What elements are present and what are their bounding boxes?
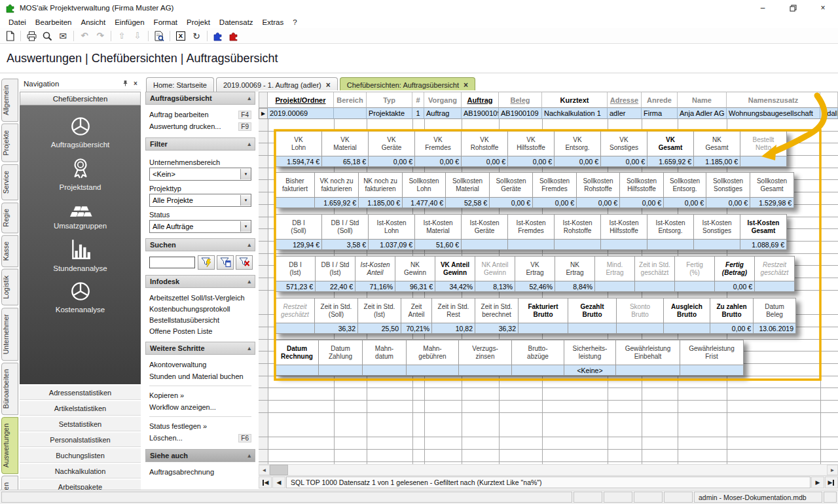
filter-apply-icon[interactable]: [198, 255, 215, 270]
record-cell-name[interactable]: Anja Adler AG: [678, 108, 727, 119]
infodesk-kostenbuchungsprotokoll[interactable]: Kostenbuchungsprotokoll: [149, 303, 251, 314]
step-akontoverwaltung[interactable]: Akontoverwaltung: [149, 359, 251, 370]
record-cell-namenszusatz[interactable]: Wohnungsbaugesellschaft: [727, 108, 820, 119]
filter-select-projekttyp[interactable]: Alle Projekte▼: [149, 194, 251, 207]
column-header-projekt-ordner[interactable]: Projekt/Ordner: [268, 92, 334, 108]
infodesk-arbeitszettel-soll-ist-vergleich[interactable]: Arbeitszettel Soll/Ist-Vergleich: [149, 292, 251, 303]
side-tab-logistik[interactable]: Logistik: [1, 269, 18, 306]
close-panel-icon[interactable]: ×: [130, 80, 141, 87]
nav-item-projektstand[interactable]: Projektstand: [20, 157, 141, 191]
menu-datensatz[interactable]: Datensatz: [215, 17, 258, 27]
scrollbar-thumb[interactable]: [270, 465, 288, 475]
previous-record-button[interactable]: ◀: [272, 477, 285, 488]
column-header-kurztext[interactable]: Kurztext: [542, 92, 608, 108]
nav-list-buchungslisten[interactable]: Buchungslisten: [20, 448, 141, 463]
step-kopieren[interactable]: Kopieren »: [149, 389, 251, 401]
record-cell-vorgang[interactable]: Auftrag: [424, 108, 462, 119]
filter-select-unternehmensbereich[interactable]: <Kein>▼: [149, 168, 251, 181]
record-cell-kurztext[interactable]: Nachkalkulation 1: [542, 108, 608, 119]
record-cell-beleg[interactable]: AB1900109: [499, 108, 542, 119]
horizontal-scrollbar[interactable]: ◄ ►: [259, 464, 838, 476]
menu-format[interactable]: Format: [149, 17, 182, 27]
infodesk-offene-posten-liste[interactable]: Offene Posten Liste: [149, 325, 251, 336]
last-record-button[interactable]: ▶: [825, 477, 838, 488]
nav-item-kostenanalyse[interactable]: Kostenanalyse: [20, 281, 141, 314]
column-header-vorgang[interactable]: Vorgang: [424, 92, 462, 108]
filter-form-icon[interactable]: [217, 255, 234, 270]
record-cell-bereich[interactable]: [334, 108, 367, 119]
filter-select-status[interactable]: Alle Aufträge▼: [149, 220, 251, 233]
print-preview-icon[interactable]: [40, 29, 54, 43]
step-workflow-anzeigen[interactable]: Workflow anzeigen...: [149, 401, 251, 413]
column-header-beleg[interactable]: Beleg: [499, 92, 542, 108]
command-auftrag-bearbeiten[interactable]: Auftrag bearbeitenF4: [149, 109, 251, 120]
record-cell-adresse[interactable]: adler: [608, 108, 642, 119]
addon-red-icon[interactable]: [227, 29, 241, 43]
nav-list-artikelstatistiken[interactable]: Artikelstatistiken: [20, 401, 141, 416]
menu-[interactable]: ?: [288, 17, 301, 27]
menu-datei[interactable]: Datei: [4, 17, 31, 27]
record-cell-[interactable]: 1: [412, 108, 424, 119]
record-cell-auftrag[interactable]: AB1900109: [462, 108, 499, 119]
nav-list-adressenstatistiken[interactable]: Adressenstatistiken: [20, 385, 141, 400]
column-header-name[interactable]: Name: [678, 92, 727, 108]
section-header-infodesk[interactable]: Infodesk▴: [145, 275, 255, 288]
menu-extras[interactable]: Extras: [258, 17, 289, 27]
menu-projekt[interactable]: Projekt: [182, 17, 215, 27]
search-input[interactable]: [149, 257, 195, 268]
new-document-icon[interactable]: [3, 29, 17, 43]
nav-item-stundenanalyse[interactable]: Stundenanalyse: [20, 238, 141, 272]
step-status-festlegen[interactable]: Status festlegen »: [149, 420, 251, 432]
see-also-auftragsabrechnung[interactable]: Auftragsabrechnung: [149, 466, 251, 477]
chevron-down-icon[interactable]: ▼: [240, 221, 251, 232]
command-auswertung-drucken[interactable]: Auswertung drucken...F9: [149, 120, 251, 132]
column-header-anrede[interactable]: Anrede: [642, 92, 678, 108]
print-icon[interactable]: [24, 29, 39, 43]
step-l-schen[interactable]: Löschen...F6: [149, 432, 251, 444]
excel-export-icon[interactable]: X: [173, 29, 188, 43]
column-header-[interactable]: #: [412, 92, 424, 108]
column-header-auftrag[interactable]: Auftrag: [462, 92, 499, 108]
tab-close-icon[interactable]: ×: [326, 81, 331, 89]
record-cell-col12[interactable]: Adalbertstr.: [820, 108, 838, 119]
column-header-namenszusatz[interactable]: Namenszusatz: [727, 92, 820, 108]
nav-list-nachkalkulation[interactable]: Nachkalkulation: [20, 463, 141, 478]
tab-close-icon[interactable]: ×: [464, 81, 468, 89]
side-tab-projekte[interactable]: Projekte: [1, 124, 18, 162]
step-stunden-und-material-buchen[interactable]: Stunden und Material buchen: [149, 370, 251, 382]
side-tab-unternehmer[interactable]: Unternehmer: [1, 308, 18, 361]
addon-blue-icon[interactable]: [211, 29, 225, 43]
side-tab-auswertungen[interactable]: Auswertungen: [1, 417, 18, 474]
nav-item-auftrags-bersicht[interactable]: Auftragsübersicht: [20, 116, 141, 149]
nav-item-umsatzgruppen[interactable]: Umsatzgruppen: [20, 200, 141, 230]
report-icon[interactable]: [152, 29, 166, 43]
scroll-right-icon[interactable]: ►: [827, 465, 838, 475]
section-header-see-also[interactable]: Siehe auch▴: [145, 449, 255, 462]
menu-einf-gen[interactable]: Einfügen: [110, 17, 149, 27]
side-tab-service[interactable]: Service: [1, 164, 18, 200]
pin-icon[interactable]: [120, 80, 130, 88]
side-tab-regie[interactable]: Regie: [1, 202, 18, 233]
nav-list-setstatistiken[interactable]: Setstatistiken: [20, 416, 141, 431]
email-icon[interactable]: ✉: [56, 29, 70, 43]
refresh-icon[interactable]: ↻: [189, 29, 204, 43]
close-button[interactable]: ×: [808, 0, 838, 16]
side-tab-kasse[interactable]: Kasse: [1, 235, 18, 267]
side-tab-b-roarbeiten[interactable]: Büroarbeiten: [1, 363, 18, 415]
scroll-left-icon[interactable]: ◄: [259, 465, 270, 475]
tab-2019-00069-1-auftrag-adler[interactable]: 2019.00069 - 1. Auftrag (adler)×: [216, 77, 338, 92]
column-header-typ[interactable]: Typ: [367, 92, 412, 108]
minimize-button[interactable]: –: [748, 0, 778, 16]
chevron-down-icon[interactable]: ▼: [240, 169, 251, 179]
navigation-section-header[interactable]: Chefübersichten: [20, 92, 141, 105]
menu-bearbeiten[interactable]: Bearbeiten: [31, 17, 77, 27]
chevron-down-icon[interactable]: ▼: [240, 195, 251, 206]
first-record-button[interactable]: ◀: [259, 477, 272, 488]
filter-remove-icon[interactable]: [236, 255, 253, 270]
record-cell-anrede[interactable]: Firma: [642, 108, 678, 119]
record-cell-projekt-ordner[interactable]: 2019.00069: [268, 108, 334, 119]
restore-button[interactable]: [778, 0, 808, 16]
infodesk-bestellstatus-bersicht[interactable]: Bestellstatusübersicht: [149, 314, 251, 325]
column-header-col12[interactable]: [820, 92, 838, 108]
section-header-next-steps[interactable]: Weitere Schritte▴: [145, 342, 255, 355]
